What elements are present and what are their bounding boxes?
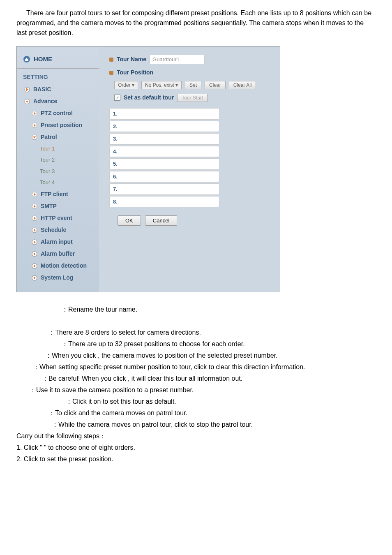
cancel-button[interactable]: Cancel [145, 215, 177, 226]
clear-button[interactable]: Clear [205, 81, 226, 89]
sidebar-item-http[interactable]: HTTP event [17, 212, 99, 224]
tour1-label: Tour 1 [40, 145, 55, 153]
tour-position-row: Tour Position [109, 68, 270, 77]
desc-when-setting: ：When setting specific preset number pos… [33, 362, 376, 372]
desc-save: ：Use it to save the camera position to a… [30, 385, 376, 395]
sidebar-item-ftp[interactable]: FTP client [17, 188, 99, 200]
home-header[interactable]: HOME [17, 51, 99, 69]
sidebar-patrol-label: Patrol [41, 133, 57, 141]
sidebar-ptz-label: PTZ control [41, 109, 73, 118]
order-dropdown[interactable]: Order ▾ [114, 81, 138, 89]
arrow-right-icon [32, 227, 37, 233]
desc-step1: 1. Click " " to choose one of eight orde… [16, 443, 376, 453]
tour4-label: Tour 4 [40, 178, 55, 187]
intro-text: There are four patrol tours to set for c… [16, 8, 376, 38]
arrow-down-icon [24, 98, 30, 104]
sidebar-item-tour1[interactable]: Tour 1 [17, 143, 99, 155]
main-panel: Tour Name Tour Position Order ▾ No Pos. … [99, 46, 280, 292]
ok-button[interactable]: OK [118, 215, 141, 226]
tour-name-label: Tour Name [117, 55, 146, 64]
sidebar-item-tour2[interactable]: Tour 2 [17, 154, 99, 166]
desc-rename: ：Rename the tour name. [62, 305, 376, 314]
position-row-7[interactable]: 7. [109, 183, 219, 195]
home-icon [23, 56, 30, 63]
position-row-6[interactable]: 6. [109, 171, 219, 183]
tour-position-label: Tour Position [117, 68, 153, 77]
sidebar-basic-label: BASIC [33, 85, 51, 94]
desc-order: ：There are 8 orders to select for camera… [48, 328, 376, 338]
arrow-right-icon [32, 203, 37, 209]
tour-name-input[interactable] [150, 55, 205, 64]
sidebar-item-preset[interactable]: Preset position [17, 119, 99, 131]
sidebar-advance-label: Advance [33, 97, 57, 106]
sidebar-smtp-label: SMTP [41, 202, 57, 210]
position-row-8[interactable]: 8. [109, 196, 219, 208]
arrow-down-icon [32, 134, 37, 140]
position-controls-row: Order ▾ No Pos. exist ▾ Set Clear Clear … [114, 81, 270, 89]
desc-to-click: ：To click and the camera moves on patrol… [48, 408, 376, 418]
position-row-5[interactable]: 5. [109, 158, 219, 170]
desc-be-careful: ：Be careful! When you click , it will cl… [42, 374, 376, 384]
position-row-4[interactable]: 4. [109, 146, 219, 157]
tour2-label: Tour 2 [40, 156, 55, 164]
arrow-right-icon [32, 239, 37, 245]
app-window: HOME SETTING BASIC Advance PTZ control [16, 46, 280, 292]
sidebar-schedule-label: Schedule [41, 226, 66, 234]
arrow-right-icon [32, 275, 37, 280]
clearall-button[interactable]: Clear All [229, 81, 256, 89]
setting-section-label: SETTING [17, 69, 99, 83]
sidebar-item-syslog[interactable]: System Log [17, 272, 99, 284]
sidebar-alarm-buffer-label: Alarm buffer [41, 250, 75, 258]
sidebar-item-advance[interactable]: Advance [17, 95, 99, 107]
sidebar-item-tour4[interactable]: Tour 4 [17, 177, 99, 188]
default-tour-checkbox[interactable]: ✓ [114, 95, 120, 101]
position-row-1[interactable]: 1. [109, 108, 219, 120]
tour3-label: Tour 3 [40, 167, 55, 176]
sidebar-item-basic[interactable]: BASIC [17, 83, 99, 95]
desc-step2: 2. Click to set the preset position. [16, 454, 376, 464]
sidebar-syslog-label: System Log [41, 273, 73, 282]
nopos-dropdown[interactable]: No Pos. exist ▾ [141, 81, 182, 89]
desc-default: ：Click it on to set this tour as default… [66, 397, 376, 407]
bullet-icon [109, 58, 113, 62]
sidebar-item-tour3[interactable]: Tour 3 [17, 166, 99, 177]
arrow-right-icon [32, 122, 37, 128]
action-buttons: OK Cancel [118, 215, 270, 226]
position-row-2[interactable]: 2. [109, 121, 219, 132]
descriptions: ：Rename the tour name. ：There are 8 orde… [16, 305, 376, 464]
tour-name-row: Tour Name [109, 55, 270, 64]
arrow-right-icon [32, 191, 37, 197]
sidebar-item-ptz[interactable]: PTZ control [17, 107, 99, 119]
tour-start-button[interactable]: Tour Start [177, 94, 208, 102]
arrow-right-icon [32, 215, 37, 221]
default-tour-row: ✓ Set as default tour Tour Start [114, 93, 270, 102]
sidebar-item-alarm-input[interactable]: Alarm input [17, 236, 99, 248]
arrow-right-icon [32, 110, 37, 116]
sidebar-motion-label: Motion detection [41, 261, 87, 270]
arrow-right-icon [24, 86, 30, 92]
positions-list: 1. 2. 3. 4. 5. 6. 7. 8. [109, 108, 270, 207]
desc-while: ：While the camera moves on patrol tour, … [52, 420, 376, 430]
default-tour-label: Set as default tour [124, 93, 174, 102]
sidebar-item-schedule[interactable]: Schedule [17, 224, 99, 236]
arrow-right-icon [32, 251, 37, 257]
sidebar-item-motion[interactable]: Motion detection [17, 260, 99, 272]
bullet-icon [109, 71, 113, 75]
position-row-3[interactable]: 3. [109, 133, 219, 145]
sidebar-alarm-input-label: Alarm input [41, 238, 73, 246]
sidebar: HOME SETTING BASIC Advance PTZ control [17, 46, 99, 292]
sidebar-preset-label: Preset position [41, 121, 82, 130]
sidebar-ftp-label: FTP client [41, 190, 68, 199]
sidebar-item-smtp[interactable]: SMTP [17, 200, 99, 212]
desc-preset-pos: ：There are up to 32 preset positions to … [62, 339, 376, 349]
sidebar-item-patrol[interactable]: Patrol [17, 131, 99, 143]
sidebar-http-label: HTTP event [41, 214, 72, 222]
arrow-right-icon [32, 263, 37, 268]
set-button[interactable]: Set [185, 81, 201, 89]
desc-carry: Carry out the following steps： [16, 431, 376, 441]
sidebar-item-alarm-buffer[interactable]: Alarm buffer [17, 248, 99, 260]
home-label: HOME [34, 55, 52, 64]
desc-when-click: ：When you click , the camera moves to po… [45, 351, 376, 361]
